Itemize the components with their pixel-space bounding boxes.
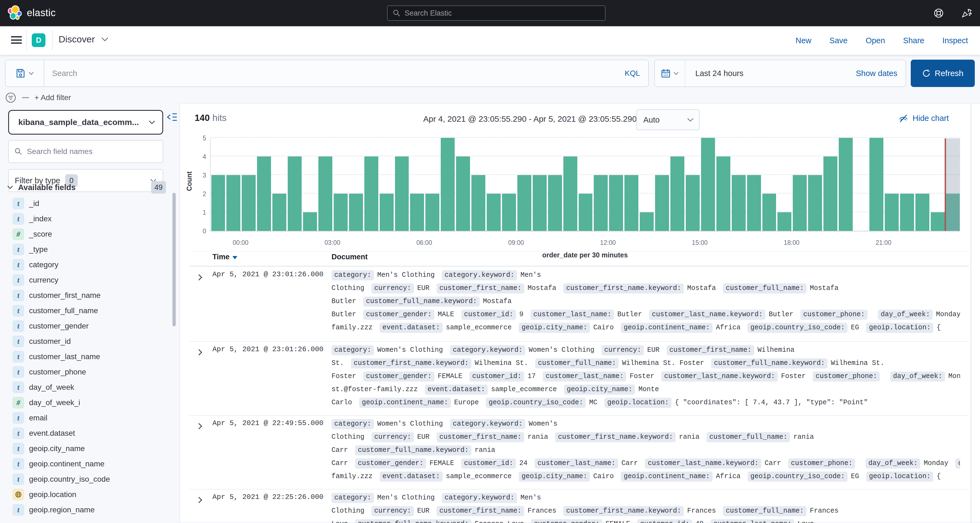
field-name-badge[interactable]: geoip.country_iso_code: [748, 472, 848, 482]
saved-query-menu-button[interactable] [5, 60, 45, 86]
field-name-badge[interactable]: customer_first_name.keyword: [555, 432, 676, 442]
histogram-bar[interactable] [517, 175, 531, 231]
field-name-badge[interactable]: customer_id: [637, 519, 692, 523]
histogram-bar[interactable] [747, 175, 761, 231]
news-party-popper-icon[interactable] [961, 8, 972, 19]
field-name-badge[interactable]: geoip.continent_name: [359, 398, 451, 408]
field-name-badge[interactable]: geoip.city_name: [519, 323, 590, 333]
field-name-badge[interactable]: customer_first_name.keyword: [351, 358, 471, 368]
field-name-badge[interactable]: geoip.country_iso_code: [486, 398, 586, 408]
field-name-badge[interactable]: customer_first_name: [667, 345, 754, 355]
histogram-bar[interactable] [456, 157, 470, 231]
histogram-bar[interactable] [288, 157, 302, 231]
field-name-badge[interactable]: customer_id: [469, 371, 524, 382]
field-item-customer_full_name[interactable]: tcustomer_full_name [0, 303, 170, 319]
histogram-bar[interactable] [380, 194, 394, 231]
field-name-badge[interactable]: customer_full_name: [723, 506, 807, 516]
histogram-bar[interactable] [471, 175, 485, 231]
filter-icon[interactable] [5, 92, 16, 103]
field-name-badge[interactable]: customer_last_name.keyword: [649, 310, 765, 320]
field-name-badge[interactable]: customer_last_name: [711, 519, 794, 523]
field-item-geoip.country_iso_code[interactable]: tgeoip.country_iso_code [0, 472, 170, 487]
field-item-_type[interactable]: t_type [0, 242, 170, 257]
field-name-badge[interactable]: customer_id: [461, 458, 516, 469]
field-name-badge[interactable]: day_of_week: [865, 458, 920, 469]
field-item-currency[interactable]: tcurrency [0, 273, 170, 288]
expand-row-icon[interactable] [196, 497, 202, 503]
nav-open-button[interactable]: Open [865, 36, 885, 45]
field-name-badge[interactable]: customer_phone: [788, 458, 855, 469]
field-item-customer_last_name[interactable]: tcustomer_last_name [0, 349, 170, 365]
histogram-bar[interactable] [395, 157, 409, 231]
available-fields-header[interactable]: Available fields 49 [7, 181, 166, 194]
discover-app-badge[interactable]: D [32, 33, 45, 47]
refresh-button[interactable]: Refresh [911, 60, 975, 87]
field-item-_id[interactable]: t_id [0, 196, 170, 211]
histogram-bar[interactable] [487, 194, 501, 231]
histogram-chart[interactable] [210, 138, 960, 231]
field-item-customer_id[interactable]: tcustomer_id [0, 334, 170, 349]
field-name-badge[interactable]: geoip.continent_name: [621, 323, 713, 333]
field-name-badge[interactable]: customer_full_name.keyword: [355, 445, 471, 455]
histogram-bar[interactable] [640, 212, 654, 231]
histogram-bar[interactable] [823, 157, 837, 231]
field-name-badge[interactable]: customer_first_name: [437, 432, 524, 442]
field-name-badge[interactable]: geoip.location: [866, 472, 933, 482]
main-scrollbar[interactable] [971, 103, 971, 523]
field-name-badge[interactable]: customer_first_name: [437, 284, 524, 293]
field-name-badge[interactable]: customer_first_name: [437, 506, 524, 516]
histogram-bar[interactable] [364, 157, 378, 231]
field-name-badge[interactable]: customer_gender: [355, 458, 426, 469]
nav-share-button[interactable]: Share [903, 36, 924, 45]
sidebar-scrollbar[interactable] [172, 193, 176, 326]
field-name-badge[interactable]: currency: [601, 345, 644, 355]
field-name-badge[interactable]: geoip.location: [605, 398, 671, 408]
histogram-bar[interactable] [242, 175, 256, 231]
histogram-bar[interactable] [410, 194, 424, 231]
field-item-event.dataset[interactable]: tevent.dataset [0, 426, 170, 441]
histogram-bar[interactable] [441, 138, 455, 231]
field-name-badge[interactable]: geoip.city_name: [564, 385, 635, 395]
nav-new-button[interactable]: New [795, 36, 811, 45]
show-dates-button[interactable]: Show dates [856, 69, 905, 78]
histogram-bar[interactable] [839, 138, 853, 231]
field-name-badge[interactable]: customer_last_name.keyword: [661, 371, 778, 382]
histogram-bar[interactable] [257, 157, 271, 231]
histogram-bar[interactable] [701, 138, 715, 231]
field-name-badge[interactable]: category: [331, 493, 374, 503]
histogram-bar[interactable] [793, 175, 807, 231]
field-name-badge[interactable]: customer_last_name: [530, 310, 614, 320]
field-item-geoip.location[interactable]: geoip.location [0, 487, 170, 502]
collapse-sidebar-icon[interactable] [166, 112, 177, 122]
field-name-badge[interactable]: category.keyword: [450, 345, 525, 355]
field-name-badge[interactable]: customer_gender: [363, 310, 434, 320]
field-name-badge[interactable]: customer_last_name: [535, 458, 618, 469]
time-range-value[interactable]: Last 24 hours [686, 69, 856, 78]
field-name-badge[interactable]: day_of_week: [890, 371, 945, 382]
histogram-bar[interactable] [609, 175, 623, 231]
hide-chart-button[interactable]: Hide chart [899, 114, 949, 123]
expand-row-icon[interactable] [196, 349, 202, 356]
field-item-_index[interactable]: t_index [0, 211, 170, 227]
histogram-bar[interactable] [425, 194, 439, 231]
field-name-badge[interactable]: customer_phone: [800, 310, 867, 320]
histogram-bar[interactable] [670, 157, 684, 231]
histogram-bar[interactable] [655, 175, 669, 231]
field-name-badge[interactable]: customer_first_name.keyword: [563, 506, 684, 516]
field-item-geoip.city_name[interactable]: tgeoip.city_name [0, 441, 170, 456]
index-pattern-select[interactable]: kibana_sample_data_ecomm... [8, 110, 163, 135]
field-name-badge[interactable]: customer_full_name: [535, 358, 619, 368]
histogram-bar[interactable] [762, 194, 776, 231]
interval-select[interactable]: Auto [636, 109, 700, 130]
histogram-bar[interactable] [548, 175, 562, 231]
field-name-badge[interactable]: event.dataset: [425, 385, 488, 395]
field-name-badge[interactable]: geoip.country_iso_code: [748, 323, 848, 333]
field-name-badge[interactable]: customer_phone: [813, 371, 880, 382]
field-name-badge[interactable]: day_of_week_i: [955, 458, 960, 469]
expand-row-icon[interactable] [196, 423, 202, 429]
help-icon[interactable] [934, 8, 944, 18]
nav-save-button[interactable]: Save [829, 36, 848, 45]
histogram-bar[interactable] [533, 175, 547, 231]
histogram-bar[interactable] [303, 212, 317, 231]
add-filter-button[interactable]: + Add filter [35, 93, 71, 102]
